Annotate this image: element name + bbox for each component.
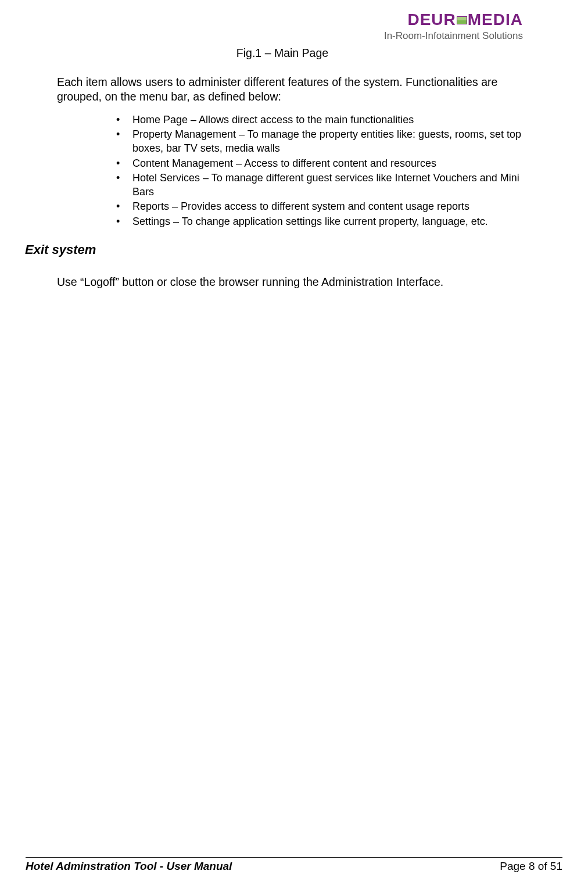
logo-tagline: In-Room-Infotainment Solutions [384, 30, 523, 42]
logo-text-suffix: MEDIA [468, 10, 523, 29]
page-footer: Hotel Adminstration Tool - User Manual P… [26, 857, 562, 873]
logo-wordmark: DEUR MEDIA [384, 10, 523, 29]
feature-list: Home Page – Allows direct access to the … [57, 113, 531, 228]
page-content: Fig.1 – Main Page Each item allows users… [0, 46, 588, 289]
exit-paragraph: Use “Logoff” button or close the browser… [57, 275, 531, 289]
header-logo: DEUR MEDIA In-Room-Infotainment Solution… [384, 10, 523, 42]
document-page: DEUR MEDIA In-Room-Infotainment Solution… [0, 0, 588, 896]
logo-screen-icon [457, 16, 467, 24]
list-item: Reports – Provides access to different s… [116, 199, 531, 213]
figure-caption: Fig.1 – Main Page [34, 46, 531, 60]
logo-text-prefix: DEUR [407, 10, 456, 29]
footer-row: Hotel Adminstration Tool - User Manual P… [26, 860, 562, 873]
footer-divider [26, 857, 562, 858]
exit-system-heading: Exit system [25, 242, 531, 257]
list-item: Content Management – Access to different… [116, 156, 531, 170]
list-item: Settings – To change application setting… [116, 214, 531, 228]
list-item: Home Page – Allows direct access to the … [116, 113, 531, 127]
list-item: Hotel Services – To manage different gue… [116, 171, 531, 199]
footer-page-number: Page 8 of 51 [500, 860, 562, 873]
list-item: Property Management – To manage the prop… [116, 127, 531, 156]
intro-paragraph: Each item allows users to administer dif… [57, 75, 531, 105]
footer-doc-title: Hotel Adminstration Tool - User Manual [26, 860, 232, 873]
